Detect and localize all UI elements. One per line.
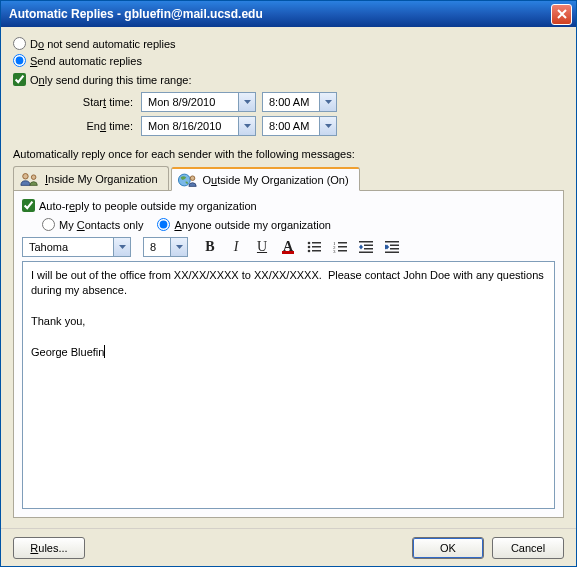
end-date-combo[interactable]: Mon 8/16/2010 [141,116,256,136]
svg-rect-13 [338,246,347,248]
anyone-outside-radio-input[interactable] [157,218,170,231]
chevron-down-icon [325,100,332,104]
dialog-footer: Rules... OK Cancel [1,528,576,566]
close-icon [557,9,567,19]
start-date-combo[interactable]: Mon 8/9/2010 [141,92,256,112]
svg-rect-20 [385,241,399,243]
chevron-down-icon [176,245,183,249]
end-time-row: End time: Mon 8/16/2010 8:00 AM [63,116,564,136]
svg-rect-21 [390,245,399,247]
auto-reply-outside-checkbox[interactable]: Auto-reply to people outside my organiza… [22,199,555,212]
start-time-dropdown-button[interactable] [319,93,336,111]
end-time-value: 8:00 AM [263,117,319,135]
svg-rect-19 [359,252,373,254]
start-time-combo[interactable]: 8:00 AM [262,92,337,112]
automatic-replies-dialog: Automatic Replies - gbluefin@mail.ucsd.e… [0,0,577,567]
close-button[interactable] [551,4,572,25]
underline-button[interactable]: U [252,237,272,257]
font-size-dropdown-button[interactable] [170,238,187,256]
tab-outside-org[interactable]: Outside My Organization (On) [171,167,360,191]
contacts-only-radio[interactable]: My Contacts only [42,218,143,231]
svg-text:2: 2 [333,245,336,250]
svg-point-3 [190,175,195,180]
do-not-send-radio[interactable]: Do not send automatic replies [13,37,564,50]
outside-panel: Auto-reply to people outside my organiza… [13,190,564,518]
end-time-dropdown-button[interactable] [319,117,336,135]
inside-org-icon [20,170,40,188]
outside-scope-row: My Contacts only Anyone outside my organ… [42,218,555,231]
cancel-button[interactable]: Cancel [492,537,564,559]
svg-rect-23 [385,252,399,254]
contacts-only-radio-input[interactable] [42,218,55,231]
auto-reply-outside-checkbox-input[interactable] [22,199,35,212]
font-color-swatch [282,251,294,254]
increase-indent-button[interactable] [382,237,402,257]
send-replies-radio-input[interactable] [13,54,26,67]
rules-button[interactable]: Rules... [13,537,85,559]
numbered-list-icon: 123 [333,241,347,253]
font-value: Tahoma [23,238,113,256]
ok-button[interactable]: OK [412,537,484,559]
message-editor[interactable]: I will be out of the office from XX/XX/X… [22,261,555,509]
svg-rect-17 [364,245,373,247]
send-replies-radio[interactable]: Send automatic replies [13,54,564,67]
svg-rect-15 [338,250,347,252]
do-not-send-radio-input[interactable] [13,37,26,50]
chevron-down-icon [119,245,126,249]
titlebar: Automatic Replies - gbluefin@mail.ucsd.e… [1,1,576,27]
bold-button[interactable]: B [200,237,220,257]
svg-rect-18 [364,248,373,250]
anyone-outside-radio[interactable]: Anyone outside my organization [157,218,331,231]
svg-point-4 [308,242,311,245]
start-time-label: Start time: [63,96,133,108]
svg-rect-9 [312,250,321,252]
tab-inside-org[interactable]: Inside My Organization [13,166,169,190]
font-color-button[interactable]: A [278,237,298,257]
window-title: Automatic Replies - gbluefin@mail.ucsd.e… [9,7,551,21]
svg-rect-11 [338,242,347,244]
end-date-dropdown-button[interactable] [238,117,255,135]
italic-button[interactable]: I [226,237,246,257]
start-time-row: Start time: Mon 8/9/2010 8:00 AM [63,92,564,112]
bullet-list-button[interactable] [304,237,324,257]
dialog-body: Do not send automatic replies Send autom… [1,27,576,528]
chevron-down-icon [244,124,251,128]
svg-text:3: 3 [333,249,336,253]
outside-org-icon [178,171,198,189]
chevron-down-icon [325,124,332,128]
svg-point-6 [308,246,311,249]
svg-rect-16 [359,241,373,243]
svg-rect-7 [312,246,321,248]
start-date-value: Mon 8/9/2010 [142,93,238,111]
end-time-combo[interactable]: 8:00 AM [262,116,337,136]
svg-rect-5 [312,242,321,244]
only-send-range-checkbox[interactable]: Only send during this time range: [13,73,564,86]
font-dropdown-button[interactable] [113,238,130,256]
text-caret [104,345,105,358]
message-text: I will be out of the office from XX/XX/X… [31,269,547,358]
svg-point-2 [178,174,190,186]
font-size-value: 8 [144,238,170,256]
only-send-range-checkbox-input[interactable] [13,73,26,86]
tab-strip: Inside My Organization Outside My Organi… [13,166,564,190]
tab-outside-label: Outside My Organization (On) [203,174,349,186]
increase-indent-icon [385,241,399,253]
end-date-value: Mon 8/16/2010 [142,117,238,135]
font-combo[interactable]: Tahoma [22,237,131,257]
start-time-value: 8:00 AM [263,93,319,111]
font-size-combo[interactable]: 8 [143,237,188,257]
tab-inside-label: Inside My Organization [45,173,158,185]
svg-point-8 [308,250,311,253]
svg-point-1 [31,175,36,180]
reply-section-label: Automatically reply once for each sender… [13,148,564,160]
chevron-down-icon [244,100,251,104]
end-time-label: End time: [63,120,133,132]
svg-text:1: 1 [333,241,336,246]
format-toolbar: Tahoma 8 B I U A 123 [22,237,555,257]
numbered-list-button[interactable]: 123 [330,237,350,257]
decrease-indent-button[interactable] [356,237,376,257]
start-date-dropdown-button[interactable] [238,93,255,111]
decrease-indent-icon [359,241,373,253]
svg-rect-22 [390,248,399,250]
bullet-list-icon [307,241,321,253]
